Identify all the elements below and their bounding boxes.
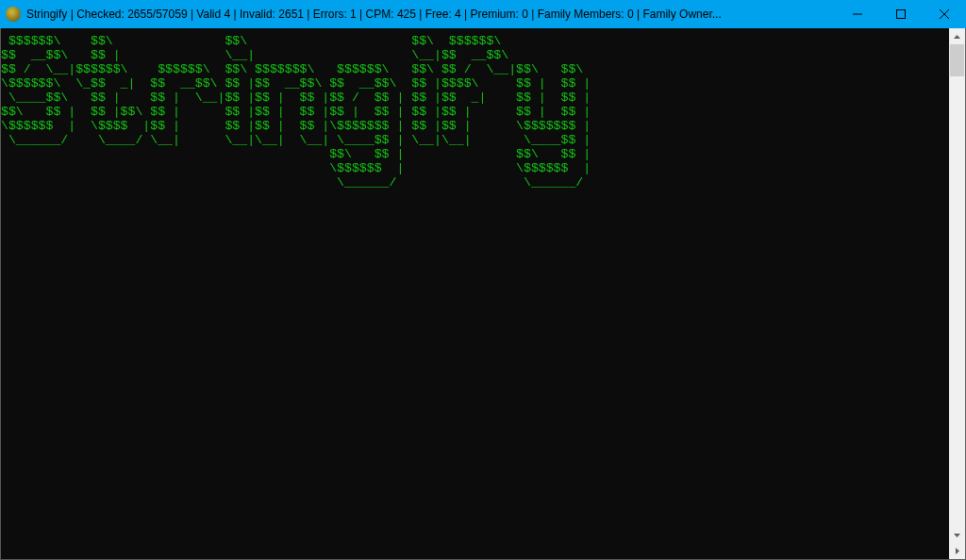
maximize-button[interactable] [879,0,923,28]
svg-marker-5 [954,534,960,537]
ascii-art-banner: $$$$$$\ $$\ $$\ $$\ $$$$$$\ $$ __$$\ $$ … [1,34,949,189]
titlebar[interactable]: Stringify | Checked: 2655/57059 | Valid … [0,0,966,28]
svg-marker-6 [956,548,959,554]
window-controls [836,0,966,28]
minimize-button[interactable] [836,0,879,28]
app-icon [6,7,21,22]
svg-marker-4 [954,35,960,39]
scroll-thumb[interactable] [950,44,964,76]
scroll-right-arrow-icon[interactable] [949,543,965,559]
scroll-up-arrow-icon[interactable] [949,28,965,44]
close-button[interactable] [923,0,966,28]
vertical-scrollbar[interactable] [949,28,965,543]
terminal-output[interactable]: $$$$$$\ $$\ $$\ $$\ $$$$$$\ $$ __$$\ $$ … [1,28,949,559]
svg-rect-1 [897,10,906,19]
content-area: $$$$$$\ $$\ $$\ $$\ $$$$$$\ $$ __$$\ $$ … [0,28,966,560]
scroll-down-arrow-icon[interactable] [949,527,965,543]
window-title: Stringify | Checked: 2655/57059 | Valid … [26,8,836,21]
